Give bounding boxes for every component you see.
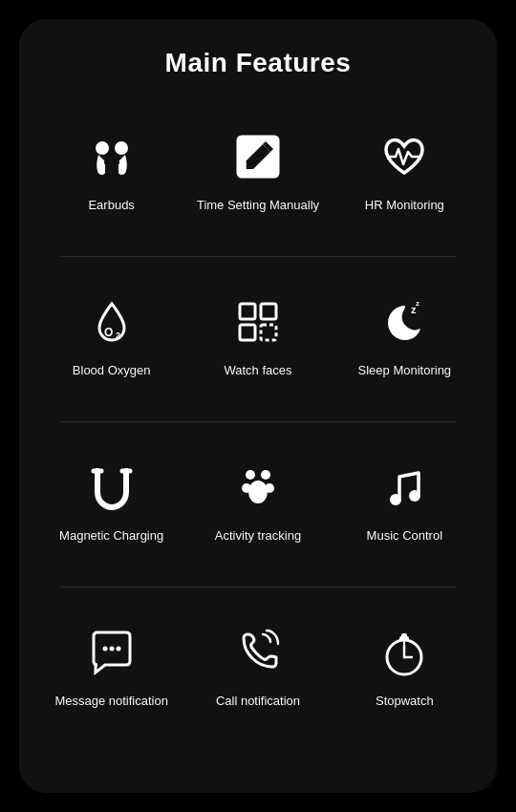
blood-oxygen-label: Blood Oxygen bbox=[73, 362, 151, 396]
svg-point-1 bbox=[115, 141, 128, 155]
feature-call-notification: Call notification bbox=[184, 603, 331, 737]
page-title: Main Features bbox=[165, 48, 352, 78]
svg-point-21 bbox=[390, 494, 401, 505]
message-icon bbox=[81, 622, 142, 683]
music-control-label: Music Control bbox=[367, 527, 442, 562]
features-grid: Earbuds Time Setting Manually bbox=[38, 107, 478, 737]
time-setting-label: Time Setting Manually bbox=[197, 197, 319, 231]
svg-point-18 bbox=[248, 481, 268, 503]
main-card: Main Features Earbuds bbox=[19, 19, 497, 793]
music-icon bbox=[374, 457, 435, 518]
call-icon bbox=[227, 622, 289, 683]
feature-sleep-monitoring: z z Sleep Monitoring bbox=[332, 272, 478, 406]
divider-2 bbox=[60, 421, 456, 422]
edit-icon bbox=[227, 126, 289, 187]
svg-text:2: 2 bbox=[116, 331, 120, 340]
feature-stopwatch: Stopwatch bbox=[332, 603, 478, 737]
svg-point-22 bbox=[409, 490, 420, 502]
svg-point-16 bbox=[246, 470, 255, 480]
svg-rect-2 bbox=[104, 160, 119, 165]
feature-message-notification: Message notification bbox=[38, 603, 184, 737]
svg-rect-28 bbox=[401, 633, 407, 638]
feature-time-setting: Time Setting Manually bbox=[184, 107, 331, 241]
svg-rect-11 bbox=[261, 325, 276, 340]
activity-tracking-label: Activity tracking bbox=[215, 527, 301, 562]
svg-rect-10 bbox=[240, 325, 255, 340]
blood-oxygen-icon: O 2 bbox=[81, 291, 142, 353]
watch-faces-icon bbox=[227, 291, 289, 353]
svg-point-25 bbox=[116, 647, 120, 652]
magnetic-charging-label: Magnetic Charging bbox=[59, 527, 163, 562]
heart-rate-icon bbox=[374, 126, 435, 187]
feature-music-control: Music Control bbox=[332, 438, 478, 571]
svg-point-24 bbox=[109, 647, 114, 652]
svg-point-0 bbox=[96, 141, 109, 155]
magnet-icon bbox=[81, 457, 142, 518]
divider-1 bbox=[60, 256, 456, 257]
message-notification-label: Message notification bbox=[54, 693, 168, 727]
svg-text:O: O bbox=[104, 326, 113, 339]
feature-magnetic-charging: Magnetic Charging bbox=[38, 438, 184, 571]
stopwatch-label: Stopwatch bbox=[376, 693, 434, 727]
divider-3 bbox=[60, 587, 456, 588]
svg-point-20 bbox=[265, 483, 274, 493]
feature-activity-tracking: Activity tracking bbox=[184, 438, 331, 571]
feature-hr-monitoring: HR Monitoring bbox=[332, 107, 478, 241]
earbuds-label: Earbuds bbox=[88, 197, 134, 231]
call-notification-label: Call notification bbox=[216, 693, 300, 727]
svg-point-17 bbox=[261, 470, 270, 480]
stopwatch-icon bbox=[374, 622, 435, 683]
feature-earbuds: Earbuds bbox=[38, 107, 184, 241]
sleep-monitoring-label: Sleep Monitoring bbox=[358, 362, 452, 396]
earbuds-icon bbox=[81, 126, 142, 187]
svg-text:z: z bbox=[416, 299, 419, 308]
hr-monitoring-label: HR Monitoring bbox=[365, 197, 444, 231]
svg-point-19 bbox=[242, 483, 251, 493]
feature-blood-oxygen: O 2 Blood Oxygen bbox=[38, 272, 184, 406]
svg-point-23 bbox=[102, 647, 107, 652]
svg-rect-9 bbox=[261, 304, 276, 319]
activity-icon bbox=[227, 457, 289, 518]
watch-faces-label: Watch faces bbox=[224, 362, 291, 396]
feature-watch-faces: Watch faces bbox=[184, 272, 331, 406]
sleep-icon: z z bbox=[374, 291, 435, 353]
svg-rect-8 bbox=[240, 304, 255, 319]
